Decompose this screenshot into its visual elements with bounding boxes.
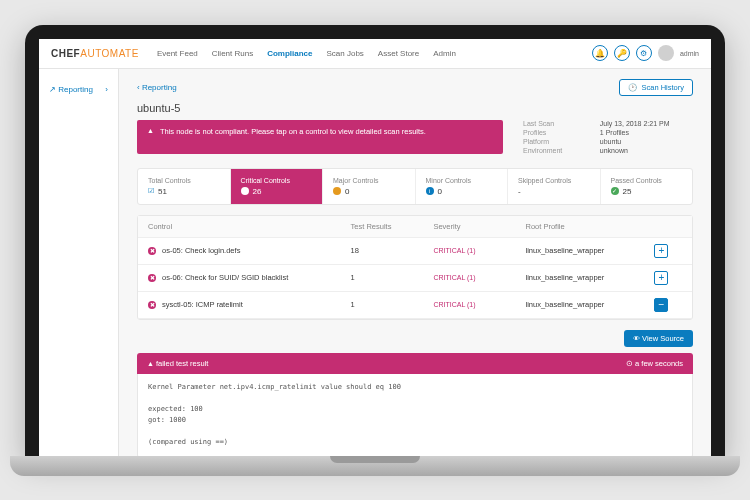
meta-profiles-val: 1 Profiles: [600, 129, 693, 136]
col-test: Test Results: [351, 222, 434, 231]
key-icon[interactable]: 🔑: [614, 45, 630, 61]
page-title: ubuntu-5: [137, 102, 693, 114]
avatar[interactable]: [658, 45, 674, 61]
noncompliant-alert: This node is not compliant. Please tap o…: [137, 120, 503, 154]
col-severity: Severity: [433, 222, 525, 231]
minor-dot-icon: i: [426, 187, 434, 195]
table-row[interactable]: ✖os-06: Check for SUID/ SGID blacklist 1…: [138, 265, 692, 292]
passed-dot-icon: ✓: [611, 187, 619, 195]
brand: CHEFAUTOMATE: [51, 48, 139, 59]
expand-button[interactable]: +: [654, 271, 668, 285]
chevron-right-icon: ›: [105, 85, 108, 94]
stat-minor[interactable]: Minor Controls i0: [416, 169, 509, 204]
user-label: admin: [680, 50, 699, 57]
failed-test-body: Kernel Parameter net.ipv4.icmp_ratelimit…: [137, 374, 693, 457]
control-stats: Total Controls ☑51 Critical Controls ✖26…: [137, 168, 693, 205]
expand-button[interactable]: +: [654, 244, 668, 258]
alert-text: This node is not compliant. Please tap o…: [160, 127, 426, 147]
meta-platform-key: Platform: [523, 138, 586, 145]
stat-critical[interactable]: Critical Controls ✖26: [231, 169, 324, 204]
main-nav: Event Feed Client Runs Compliance Scan J…: [157, 49, 456, 58]
failed-test-panel: failed test result ⊙ a few seconds Kerne…: [137, 353, 693, 457]
node-meta: Last ScanJuly 13, 2018 2:21 PM Profiles1…: [523, 120, 693, 154]
col-control: Control: [148, 222, 351, 231]
severity-badge: CRITICAL (1): [433, 301, 525, 308]
major-dot-icon: [333, 187, 341, 195]
table-row[interactable]: ✖sysctl-05: ICMP ratelimit 1 CRITICAL (1…: [138, 292, 692, 319]
nav-client-runs[interactable]: Client Runs: [212, 49, 253, 58]
nav-scan-jobs[interactable]: Scan Jobs: [327, 49, 364, 58]
meta-platform-val: ubuntu: [600, 138, 693, 145]
nav-event-feed[interactable]: Event Feed: [157, 49, 198, 58]
sidebar-item-reporting[interactable]: ↗ Reporting ›: [39, 79, 118, 100]
list-icon: ☑: [148, 187, 154, 195]
table-header: Control Test Results Severity Root Profi…: [138, 216, 692, 238]
meta-env-val: unknown: [600, 147, 693, 154]
breadcrumb[interactable]: Reporting: [137, 83, 177, 92]
collapse-button[interactable]: −: [654, 298, 668, 312]
stat-total[interactable]: Total Controls ☑51: [138, 169, 231, 204]
main-panel: Reporting 🕑 Scan History ubuntu-5 This n…: [119, 69, 711, 457]
severity-badge: CRITICAL (1): [433, 247, 525, 254]
view-source-button[interactable]: View Source: [624, 330, 693, 347]
settings-icon[interactable]: ⚙: [636, 45, 652, 61]
scan-history-label: Scan History: [641, 83, 684, 92]
topbar-right: 🔔 🔑 ⚙ admin: [592, 45, 699, 61]
laptop-base: [10, 456, 740, 476]
fail-dot-icon: ✖: [148, 274, 156, 282]
stat-skipped[interactable]: Skipped Controls -: [508, 169, 601, 204]
meta-env-key: Environment: [523, 147, 586, 154]
failed-test-title: failed test result: [147, 359, 208, 368]
topbar: CHEFAUTOMATE Event Feed Client Runs Comp…: [39, 39, 711, 69]
critical-dot-icon: ✖: [241, 187, 249, 195]
stat-passed[interactable]: Passed Controls ✓25: [601, 169, 693, 204]
fail-dot-icon: ✖: [148, 301, 156, 309]
meta-last-scan-val: July 13, 2018 2:21 PM: [600, 120, 693, 127]
controls-table: Control Test Results Severity Root Profi…: [137, 215, 693, 320]
severity-badge: CRITICAL (1): [433, 274, 525, 281]
scan-history-button[interactable]: 🕑 Scan History: [619, 79, 693, 96]
meta-profiles-key: Profiles: [523, 129, 586, 136]
meta-last-scan-key: Last Scan: [523, 120, 586, 127]
nav-asset-store[interactable]: Asset Store: [378, 49, 419, 58]
nav-admin[interactable]: Admin: [433, 49, 456, 58]
sidebar-item-label: Reporting: [58, 85, 93, 94]
fail-dot-icon: ✖: [148, 247, 156, 255]
table-row[interactable]: ✖os-05: Check login.defs 18 CRITICAL (1)…: [138, 238, 692, 265]
stat-major[interactable]: Major Controls 0: [323, 169, 416, 204]
clock-icon: 🕑: [628, 83, 637, 92]
brand-automate: AUTOMATE: [80, 48, 139, 59]
nav-compliance[interactable]: Compliance: [267, 49, 312, 58]
col-root: Root Profile: [525, 222, 654, 231]
view-source-label: View Source: [642, 334, 684, 343]
brand-chef: CHEF: [51, 48, 80, 59]
bell-icon[interactable]: 🔔: [592, 45, 608, 61]
sidebar: ↗ Reporting ›: [39, 69, 119, 457]
failed-test-age: ⊙ a few seconds: [626, 359, 683, 368]
